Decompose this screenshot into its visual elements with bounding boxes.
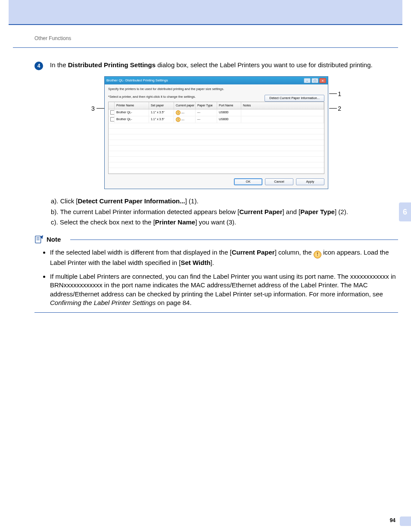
chapter-tab: 6: [399, 202, 411, 221]
page-number-tab: [400, 516, 411, 526]
section-header: Other Functions: [34, 35, 411, 41]
header-separator: [13, 47, 398, 48]
dialog-titlebar: Brother QL- Distributed Printing Setting…: [105, 77, 328, 84]
substeps: a). Click [Detect Current Paper Informat…: [51, 197, 398, 227]
distributed-printing-dialog: Brother QL- Distributed Printing Setting…: [104, 76, 328, 189]
cell-set-paper: 1.1" x 3.5": [149, 109, 174, 116]
note-title: Note: [47, 235, 61, 244]
cell-port-name: USB00: [217, 109, 241, 116]
col-paper-type: Paper Type: [196, 102, 217, 109]
row-checkbox[interactable]: [110, 117, 115, 121]
apply-button[interactable]: Apply: [296, 178, 324, 185]
callout-1-line: [329, 93, 337, 94]
note-item-1: If the selected label width is different…: [50, 248, 398, 267]
step-number-badge: 4: [34, 62, 43, 70]
col-port-name: Port Name: [217, 102, 241, 109]
close-icon[interactable]: ✕: [319, 78, 326, 83]
col-printer-name: Printer Name: [115, 102, 149, 109]
printer-table: Printer Name Set paper Current paper Pap…: [108, 102, 324, 174]
note-rule-top: [70, 240, 398, 240]
step-text-pre: In the: [50, 61, 68, 68]
page-number: 94: [390, 517, 395, 523]
row-checkbox[interactable]: [110, 110, 115, 115]
col-notes: Notes: [241, 102, 324, 109]
warning-icon: !: [176, 110, 181, 115]
warning-icon: !: [176, 117, 181, 122]
cell-printer-name: Brother QL-: [115, 109, 149, 116]
substep-a: a). Click [Detect Current Paper Informat…: [51, 197, 398, 205]
table-row[interactable]: Brother QL- 1.1" x 3.5" !--- --- USB00: [109, 109, 324, 116]
cell-set-paper: 1.1" x 3.5": [149, 116, 174, 123]
substep-c: c). Select the check box next to the [Pr…: [51, 218, 398, 227]
step-text: In the Distributed Printing Settings dia…: [50, 61, 398, 69]
col-current-paper: Current paper: [174, 102, 196, 109]
callout-2-line: [329, 108, 337, 109]
detect-paper-button[interactable]: Detect Current Paper Information...: [265, 95, 324, 102]
table-header: Printer Name Set paper Current paper Pap…: [109, 102, 324, 109]
cell-notes: [241, 109, 324, 116]
cell-current-paper: !---: [174, 116, 196, 123]
step-text-bold: Distributed Printing Settings: [68, 61, 156, 68]
note-item-2: If multiple Label Printers are connected…: [50, 272, 398, 307]
cancel-button[interactable]: Cancel: [265, 178, 293, 185]
note-icon: [34, 235, 44, 244]
ok-button[interactable]: OK: [234, 178, 262, 185]
dialog-subtext: *Select a printer, and then right-click …: [108, 95, 196, 99]
minimize-icon[interactable]: –: [304, 78, 311, 83]
svg-rect-0: [35, 236, 41, 243]
note-rule-bottom: [34, 312, 398, 313]
col-set-paper: Set paper: [149, 102, 174, 109]
step-text-post: dialog box, select the Label Printers yo…: [156, 61, 373, 68]
col-checkbox: [109, 102, 115, 109]
maximize-icon[interactable]: ▢: [311, 78, 318, 83]
dialog-description: Specify the printers to be used for dist…: [108, 87, 324, 91]
cell-paper-type: ---: [196, 109, 217, 116]
top-color-band: [9, 0, 402, 24]
table-row[interactable]: Brother QL- 1.1" x 3.5" !--- --- USB00: [109, 116, 324, 123]
warning-icon: !: [314, 251, 321, 258]
callout-3: 3: [91, 105, 95, 113]
substep-b: b). The current Label Printer informatio…: [51, 208, 398, 216]
cell-notes: [241, 116, 324, 123]
dialog-title: Brother QL- Distributed Printing Setting…: [106, 78, 168, 83]
callout-2: 2: [338, 105, 341, 113]
cell-port-name: USB00: [217, 116, 241, 123]
callout-1: 1: [338, 90, 341, 98]
cell-paper-type: ---: [196, 116, 217, 123]
callout-3-line: [97, 108, 104, 109]
cell-printer-name: Brother QL-: [115, 116, 149, 123]
top-separator: [9, 24, 402, 25]
cell-current-paper: !---: [174, 109, 196, 116]
